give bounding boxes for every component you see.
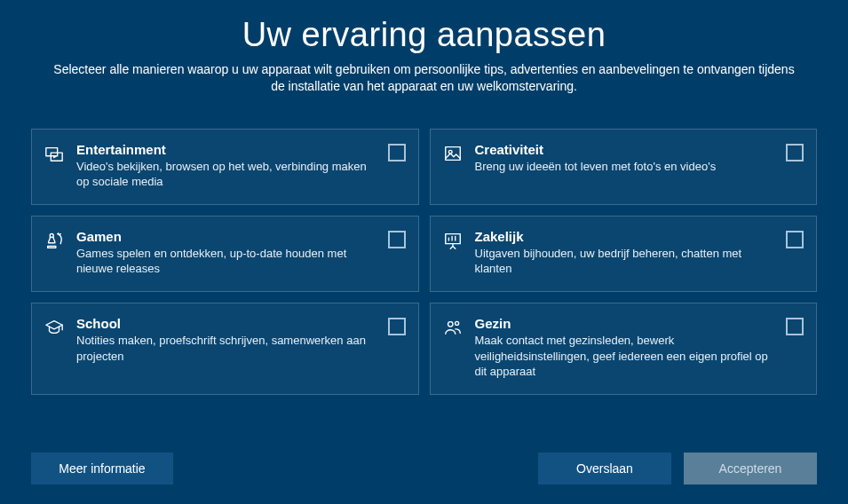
card-school[interactable]: School Notities maken, proefschrift schr… — [31, 303, 419, 395]
media-icon — [44, 142, 64, 163]
card-title: School — [76, 316, 376, 331]
checkbox[interactable] — [786, 318, 804, 335]
card-entertainment[interactable]: Entertainment Video's bekijken, browsen … — [31, 129, 419, 205]
chess-icon — [44, 229, 64, 250]
checkbox[interactable] — [388, 231, 406, 248]
card-desc: Games spelen en ontdekken, up-to-date ho… — [76, 246, 376, 277]
people-icon — [443, 316, 463, 337]
card-creativity[interactable]: Creativiteit Breng uw ideeën tot leven m… — [430, 129, 818, 205]
footer: Meer informatie Overslaan Accepteren — [0, 453, 848, 504]
card-business[interactable]: Zakelijk Uitgaven bijhouden, uw bedrijf … — [430, 216, 818, 292]
option-grid: Entertainment Video's bekijken, browsen … — [0, 95, 848, 453]
card-desc: Breng uw ideeën tot leven met foto's en … — [475, 159, 774, 175]
accept-button[interactable]: Accepteren — [684, 453, 817, 484]
card-desc: Uitgaven bijhouden, uw bedrijf beheren, … — [475, 246, 774, 277]
footer-spacer — [186, 453, 526, 484]
svg-point-6 — [448, 322, 453, 327]
card-title: Gamen — [76, 229, 376, 244]
skip-button[interactable]: Overslaan — [538, 453, 671, 484]
card-desc: Notities maken, proefschrift schrijven, … — [76, 333, 376, 364]
svg-rect-5 — [445, 234, 460, 244]
card-title: Gezin — [475, 316, 774, 331]
presentation-icon — [443, 229, 463, 250]
page-title: Uw ervaring aanpassen — [36, 16, 812, 54]
card-desc: Video's bekijken, browsen op het web, ve… — [76, 159, 376, 190]
svg-rect-1 — [51, 153, 62, 161]
svg-rect-2 — [445, 146, 460, 160]
card-title: Creativiteit — [475, 142, 774, 157]
graduation-icon — [44, 316, 64, 337]
more-info-button[interactable]: Meer informatie — [31, 453, 173, 484]
card-title: Zakelijk — [475, 229, 774, 244]
picture-icon — [443, 142, 463, 163]
card-gaming[interactable]: Gamen Games spelen en ontdekken, up-to-d… — [31, 216, 419, 292]
svg-rect-0 — [46, 147, 58, 155]
checkbox[interactable] — [786, 144, 804, 161]
page-subtitle: Selecteer alle manieren waarop u uw appa… — [47, 61, 802, 95]
card-desc: Maak contact met gezinsleden, bewerk vei… — [475, 333, 774, 380]
checkbox[interactable] — [388, 144, 406, 161]
checkbox[interactable] — [388, 318, 406, 335]
card-title: Entertainment — [76, 142, 376, 157]
checkbox[interactable] — [786, 231, 804, 248]
card-family[interactable]: Gezin Maak contact met gezinsleden, bewe… — [430, 303, 818, 395]
svg-point-7 — [455, 321, 458, 325]
